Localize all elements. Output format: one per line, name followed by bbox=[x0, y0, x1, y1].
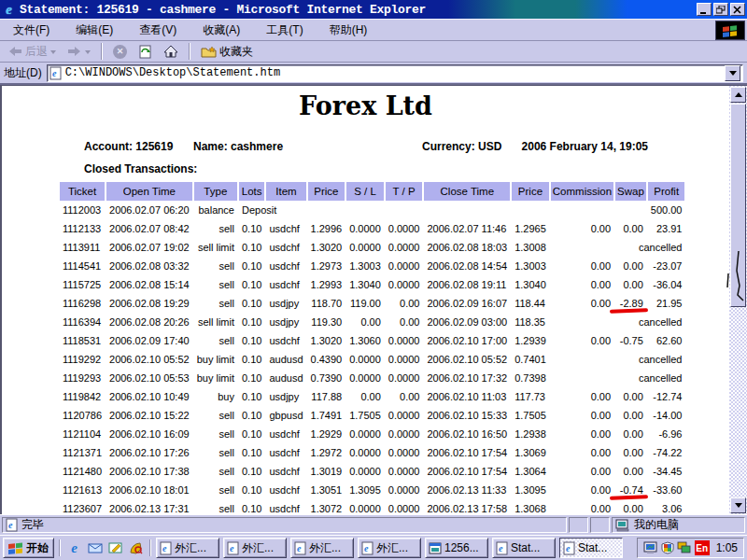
table-cell: usdchf bbox=[266, 443, 305, 462]
display-settings-icon[interactable] bbox=[643, 541, 658, 554]
ie-page-icon: e bbox=[294, 541, 306, 555]
column-header: T / P bbox=[386, 182, 423, 201]
menu-view[interactable]: 查看(V) bbox=[139, 22, 176, 38]
network-monitors-icon[interactable] bbox=[677, 541, 692, 554]
close-button[interactable] bbox=[730, 3, 745, 16]
table-cell: 2006.02.10 05:52 bbox=[106, 350, 192, 369]
scheduler-shield-icon[interactable] bbox=[661, 541, 674, 554]
table-cell: 0.00 bbox=[615, 387, 646, 406]
menu-favorites[interactable]: 收藏(A) bbox=[203, 22, 240, 38]
table-cell: buy limit bbox=[194, 350, 237, 369]
table-cell: 0.0000 bbox=[386, 443, 423, 462]
home-button[interactable] bbox=[160, 42, 182, 61]
table-cell: usdchf bbox=[266, 499, 305, 514]
minimize-icon bbox=[699, 6, 709, 14]
favorites-button[interactable]: 收藏夹 bbox=[197, 42, 257, 61]
svg-text:e: e bbox=[499, 543, 503, 553]
menu-help[interactable]: 帮助(H) bbox=[330, 22, 368, 38]
status-panel-empty bbox=[569, 517, 588, 533]
table-cell: 0.0000 bbox=[386, 369, 423, 387]
table-cell: 2006.02.09 03:00 bbox=[424, 313, 510, 331]
menu-edit[interactable]: 编辑(E) bbox=[76, 22, 113, 38]
table-cell: 1.7505 bbox=[512, 406, 549, 425]
table-cell: 2006.02.07 06:20 bbox=[106, 201, 192, 219]
taskbar-button-3[interactable]: e外汇... bbox=[290, 538, 354, 558]
restore-button[interactable] bbox=[713, 3, 728, 16]
table-cell: 1123607 bbox=[60, 499, 105, 514]
table-cell: 0.0000 bbox=[386, 331, 423, 350]
ie-quicklaunch-icon[interactable]: e bbox=[65, 539, 83, 557]
start-button[interactable]: 开始 bbox=[3, 538, 54, 558]
taskbar-button-7[interactable]: eStat... bbox=[559, 538, 623, 558]
table-row: 11163942006.02.08 20:26sell limit0.10usd… bbox=[60, 313, 684, 331]
table-cell: usdchf bbox=[266, 425, 305, 443]
scroll-down-button[interactable] bbox=[730, 497, 746, 513]
ie-icon: e bbox=[67, 541, 81, 555]
outlook-express-icon[interactable] bbox=[86, 539, 104, 557]
table-cell: usdchf bbox=[266, 219, 305, 238]
table-cell: 0.00 bbox=[551, 257, 613, 275]
column-header: Ticket bbox=[60, 182, 105, 201]
taskbar-button-5[interactable]: 1256... bbox=[425, 538, 488, 558]
table-cell: 1.2993 bbox=[308, 275, 345, 294]
menu-file[interactable]: 文件(F) bbox=[13, 22, 49, 38]
table-row: 11214802006.02.10 17:38sell0.10usdchf1.3… bbox=[60, 462, 684, 481]
table-cell: 1115725 bbox=[60, 275, 105, 294]
taskbar-button-6[interactable]: eStat... bbox=[492, 538, 556, 558]
refresh-button[interactable] bbox=[134, 42, 156, 61]
taskbar-clock[interactable]: 1:05 bbox=[716, 541, 738, 554]
table-cell: 2006.02.10 17:54 bbox=[424, 462, 510, 481]
table-cell: sell bbox=[194, 257, 237, 275]
table-cell: 500.00 bbox=[648, 201, 685, 219]
table-cell: 0.0000 bbox=[386, 499, 423, 514]
address-input[interactable]: e C:\WINDOWS\Desktop\Statement.htm bbox=[47, 64, 743, 82]
forward-button[interactable] bbox=[63, 42, 94, 61]
table-cell: 2006.02.13 17:58 bbox=[424, 499, 510, 514]
transactions-table-body: 11120032006.02.07 06:20balanceDeposit500… bbox=[60, 201, 684, 514]
table-row: 11211042006.02.10 16:09sell0.10usdchf1.2… bbox=[60, 425, 684, 443]
menu-tools[interactable]: 工具(T) bbox=[266, 22, 303, 38]
address-dropdown-button[interactable] bbox=[725, 65, 740, 81]
my-computer-icon bbox=[615, 519, 630, 532]
table-cell: 0.7401 bbox=[512, 350, 549, 369]
table-cell: 2006.02.10 17:54 bbox=[424, 443, 510, 462]
taskbar-button-2[interactable]: e外汇... bbox=[223, 538, 287, 558]
show-desktop-icon[interactable] bbox=[106, 539, 124, 557]
taskbar-button-4[interactable]: e外汇... bbox=[358, 538, 421, 558]
table-cell: 1.2973 bbox=[308, 257, 345, 275]
security-zone-panel: 我的电脑 bbox=[612, 517, 745, 533]
table-cell: 0.10 bbox=[239, 462, 264, 481]
table-cell: 0.00 bbox=[551, 499, 613, 514]
taskbar-button-1[interactable]: e外汇... bbox=[156, 538, 219, 558]
channels-icon[interactable] bbox=[127, 539, 145, 557]
close-icon bbox=[733, 6, 742, 14]
favorites-folder-icon bbox=[201, 46, 217, 58]
table-cell: 1121371 bbox=[60, 443, 105, 462]
table-cell: 0.10 bbox=[239, 219, 264, 238]
svg-text:e: e bbox=[8, 520, 13, 530]
status-panel-empty bbox=[590, 517, 610, 533]
scrollbar-thumb[interactable] bbox=[730, 104, 746, 307]
ie-page-icon: e bbox=[563, 541, 575, 555]
table-cell: 118.70 bbox=[308, 294, 345, 313]
back-button[interactable]: 后退 bbox=[4, 42, 60, 61]
language-indicator[interactable]: En bbox=[695, 540, 710, 555]
table-cell: 2006.02.08 19:11 bbox=[424, 275, 510, 294]
table-row: 11236072006.02.13 17:31sell0.10usdchf1.3… bbox=[60, 499, 684, 514]
table-cell: 1119292 bbox=[60, 350, 105, 369]
vertical-scrollbar[interactable] bbox=[729, 86, 747, 514]
transactions-table: TicketOpen TimeTypeLotsItemPriceS / LT /… bbox=[58, 182, 686, 514]
favorites-button-label: 收藏夹 bbox=[219, 44, 253, 60]
stop-button[interactable]: ✕ bbox=[109, 42, 131, 61]
table-cell: 0.4390 bbox=[308, 350, 345, 369]
scroll-up-button[interactable] bbox=[730, 87, 746, 103]
table-cell: 0.10 bbox=[239, 425, 264, 443]
table-cell: 1.3095 bbox=[346, 481, 384, 499]
table-cell: 2006.02.10 16:09 bbox=[106, 425, 192, 443]
table-cell: 1120786 bbox=[60, 406, 105, 425]
table-cell: 2006.02.13 17:31 bbox=[106, 499, 192, 514]
forward-dropdown-icon bbox=[85, 50, 91, 57]
table-cell: 0.10 bbox=[239, 275, 264, 294]
table-cell: cancelled bbox=[551, 350, 685, 369]
minimize-button[interactable] bbox=[697, 3, 712, 16]
